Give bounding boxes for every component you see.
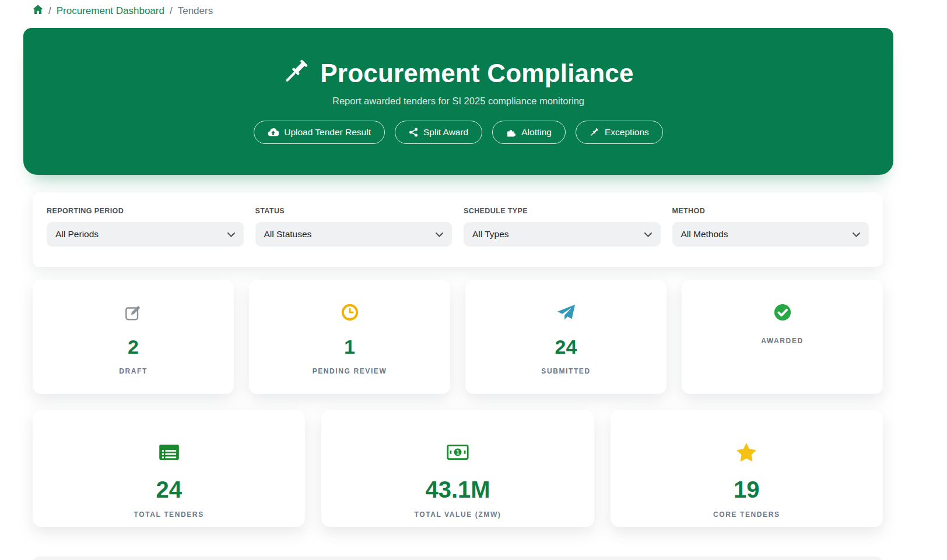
svg-text:1: 1 bbox=[456, 449, 460, 456]
reporting-period-label: Reporting Period bbox=[47, 207, 244, 215]
method-label: Method bbox=[672, 207, 869, 215]
total-tenders-count: 24 bbox=[33, 478, 305, 501]
awarded-card: Awarded bbox=[682, 280, 883, 394]
draft-label: Draft bbox=[33, 367, 234, 375]
core-tenders-card: 19 Core Tenders bbox=[611, 410, 883, 527]
total-value-amount: 43.1M bbox=[321, 478, 594, 501]
cloud-upload-icon bbox=[268, 128, 279, 137]
chevron-down-icon bbox=[853, 229, 860, 240]
select-value: All Periods bbox=[55, 229, 99, 240]
select-value: All Methods bbox=[681, 229, 728, 240]
pending-review-count: 1 bbox=[249, 337, 450, 357]
gavel-icon bbox=[283, 58, 311, 89]
chevron-down-icon bbox=[227, 229, 235, 240]
breadcrumb: / Procurement Dashboard / Tenders bbox=[33, 5, 213, 17]
breadcrumb-separator: / bbox=[170, 5, 173, 17]
exceptions-button[interactable]: Exceptions bbox=[576, 121, 663, 144]
total-tenders-card: 24 Total Tenders bbox=[33, 410, 305, 527]
hero-banner: Procurement Compliance Report awarded te… bbox=[23, 28, 893, 175]
chevron-down-icon bbox=[644, 229, 652, 240]
list-icon bbox=[33, 443, 305, 462]
submitted-count: 24 bbox=[465, 337, 667, 357]
puzzle-icon bbox=[506, 128, 516, 138]
submitted-label: Submitted bbox=[465, 367, 667, 375]
pending-review-card: 1 Pending Review bbox=[249, 280, 450, 394]
money-bill-icon: 1 bbox=[321, 443, 594, 462]
total-value-card: 1 43.1M Total Value (ZMW) bbox=[321, 410, 594, 527]
breadcrumb-separator: / bbox=[48, 5, 51, 17]
select-value: All Statuses bbox=[264, 229, 312, 240]
chevron-down-icon bbox=[436, 229, 443, 240]
select-value: All Types bbox=[472, 229, 509, 240]
next-section-edge bbox=[33, 557, 883, 560]
schedule-type-select[interactable]: All Types bbox=[464, 222, 661, 246]
check-circle-icon bbox=[682, 303, 883, 322]
home-icon bbox=[33, 5, 43, 17]
core-tenders-count: 19 bbox=[611, 478, 883, 501]
breadcrumb-current: Tenders bbox=[178, 5, 213, 17]
submitted-card: 24 Submitted bbox=[465, 280, 667, 394]
button-label: Split Award bbox=[423, 127, 468, 138]
breadcrumb-link-dashboard[interactable]: Procurement Dashboard bbox=[57, 5, 164, 17]
core-tenders-label: Core Tenders bbox=[611, 510, 883, 519]
paper-plane-icon bbox=[465, 303, 667, 322]
banner-actions: Upload Tender Result Split Award Alottin… bbox=[23, 121, 893, 144]
draft-card: 2 Draft bbox=[33, 280, 234, 394]
draft-count: 2 bbox=[33, 337, 234, 357]
button-label: Exceptions bbox=[605, 127, 649, 138]
filters-panel: Reporting Period All Periods Status All … bbox=[33, 192, 883, 267]
status-select[interactable]: All Statuses bbox=[255, 222, 453, 246]
pending-review-label: Pending Review bbox=[249, 367, 450, 375]
reporting-period-select[interactable]: All Periods bbox=[47, 222, 244, 246]
total-tenders-label: Total Tenders bbox=[33, 510, 305, 519]
awarded-label: Awarded bbox=[682, 337, 883, 345]
page-title: Procurement Compliance bbox=[320, 59, 633, 88]
split-award-button[interactable]: Split Award bbox=[395, 121, 482, 144]
button-label: Upload Tender Result bbox=[284, 127, 371, 138]
share-nodes-icon bbox=[409, 128, 418, 137]
summary-cards-row: 24 Total Tenders 1 43.1M Total Value (ZM… bbox=[33, 410, 883, 527]
upload-tender-result-button[interactable]: Upload Tender Result bbox=[254, 121, 385, 144]
total-value-label: Total Value (ZMW) bbox=[321, 510, 594, 519]
alotting-button[interactable]: Alotting bbox=[492, 121, 566, 144]
clock-icon bbox=[249, 303, 450, 322]
schedule-type-label: Schedule Type bbox=[464, 207, 661, 215]
button-label: Alotting bbox=[521, 127, 552, 138]
edit-icon bbox=[33, 303, 234, 322]
home-link[interactable] bbox=[33, 5, 43, 17]
star-icon bbox=[611, 443, 883, 462]
gavel-icon bbox=[590, 128, 599, 138]
status-label: Status bbox=[255, 207, 453, 215]
status-cards-row: 2 Draft 1 Pending Review 24 Submitted bbox=[33, 280, 883, 394]
method-select[interactable]: All Methods bbox=[672, 222, 869, 246]
page-subtitle: Report awarded tenders for SI 2025 compl… bbox=[23, 96, 893, 107]
